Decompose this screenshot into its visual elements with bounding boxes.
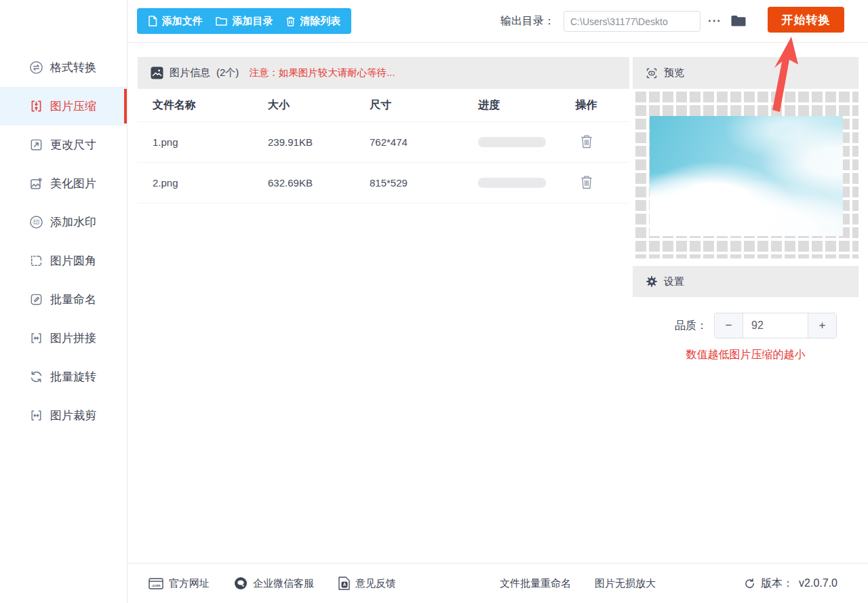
trash-icon [286,16,295,26]
folder-icon [730,14,747,28]
wechat-service-label: 企业微信客服 [253,577,314,590]
official-site-link[interactable]: .com 官方网址 [149,577,210,590]
sidebar-item-label: 更改尺寸 [50,137,96,153]
website-icon: .com [149,578,163,589]
progress-bar [478,137,546,147]
quality-decrease-button[interactable]: − [715,313,743,338]
settings-panel: 设置 品质： − + 数值越低图片压缩的越小 [633,266,859,556]
image-tool-window: 格式转换 图片压缩 更改尺寸 美化图片 [0,0,868,603]
quality-increase-button[interactable]: + [808,313,836,338]
stitch-icon [28,331,43,346]
add-file-button[interactable]: 添加文件 [148,15,203,28]
file-actions-bar: 添加文件 添加目录 清除列表 [137,8,351,34]
sidebar-item-batch-rotate[interactable]: 批量旋转 [0,357,127,396]
table-header-row: 文件名称 大小 尺寸 进度 操作 [138,89,629,122]
settings-header: 设置 [633,266,859,297]
cell-size: 239.91KB [253,136,355,148]
crop-icon [28,408,43,423]
feedback-label: 意见反馈 [355,577,396,590]
sidebar-item-compress[interactable]: 图片压缩 [0,87,127,125]
sidebar-item-label: 图片拼接 [50,330,96,346]
format-convert-icon [28,60,43,75]
browse-more-button[interactable]: ··· [705,9,724,33]
batch-rename-icon [28,292,43,307]
notice-text: 注意：如果图片较大请耐心等待... [249,66,395,79]
svg-text:A: A [343,582,347,587]
official-site-label: 官方网址 [169,577,210,590]
batch-rename-label: 文件批量重命名 [500,577,571,590]
gear-icon [646,275,658,288]
quality-input[interactable] [743,313,808,338]
preview-header: 预览 [633,57,859,89]
version-area: 版本： v2.0.7.0 [744,564,837,603]
preview-eye-icon [646,67,658,79]
feedback-icon: A [338,577,350,590]
image-info-header: 图片信息 (2个) 注意：如果图片较大请耐心等待... [138,57,629,89]
cell-dimensions: 815*529 [355,177,463,189]
output-dir-label: 输出目录： [500,0,555,43]
file-icon [148,16,157,26]
sidebar-item-stitch[interactable]: 图片拼接 [0,319,127,357]
footer-left-group: .com 官方网址 企业微信客服 A 意见反馈 [149,564,396,603]
panel-title: 预览 [664,66,684,79]
cell-filename: 2.png [138,177,253,189]
refresh-icon[interactable] [744,578,755,589]
add-directory-button[interactable]: 添加目录 [216,15,273,28]
resize-icon [28,138,43,153]
lossless-upscale-label: 图片无损放大 [595,577,656,590]
batch-rotate-icon [28,370,43,385]
image-list-panel: 图片信息 (2个) 注意：如果图片较大请耐心等待... 文件名称 大小 尺寸 进… [138,57,629,203]
svg-text:.com: .com [151,583,160,587]
col-dimensions: 尺寸 [355,98,463,113]
delete-row-button[interactable] [580,175,593,189]
round-corner-icon [28,254,43,269]
col-size: 大小 [253,98,355,113]
beautify-icon [28,176,43,191]
sidebar-item-resize[interactable]: 更改尺寸 [0,125,127,164]
sidebar-item-round-corner[interactable]: 图片圆角 [0,241,127,280]
lossless-upscale-link[interactable]: 图片无损放大 [595,577,656,590]
col-progress: 进度 [463,98,558,113]
sidebar-item-beautify[interactable]: 美化图片 [0,164,127,203]
cell-size: 632.69KB [253,177,355,189]
sidebar-item-crop[interactable]: 图片裁剪 [0,396,127,435]
sidebar-item-label: 图片裁剪 [50,408,96,423]
output-dir-input[interactable] [564,11,701,32]
add-directory-label: 添加目录 [232,15,273,28]
wechat-service-link[interactable]: 企业微信客服 [234,577,314,590]
clear-list-button[interactable]: 清除列表 [286,15,340,28]
start-convert-button[interactable]: 开始转换 [768,7,844,33]
cell-filename: 1.png [138,136,253,148]
file-count: (2个) [216,66,239,79]
batch-rename-link[interactable]: 文件批量重命名 [500,577,571,590]
sidebar-item-label: 添加水印 [50,214,96,230]
sidebar-item-label: 图片圆角 [50,253,96,269]
sidebar-item-watermark[interactable]: 印 添加水印 [0,203,127,241]
sidebar-item-label: 图片压缩 [50,98,96,114]
table-row: 1.png 239.91KB 762*474 [138,122,629,163]
cell-actions [558,134,629,151]
footer-mid-group: 文件批量重命名 图片无损放大 [500,564,656,603]
sidebar-item-label: 批量命名 [50,292,96,307]
version-label: 版本： [761,577,793,591]
top-toolbar: 添加文件 添加目录 清除列表 输出目录： ··· 开始转换 [128,0,868,43]
folder-outline-icon [216,16,227,26]
feedback-link[interactable]: A 意见反馈 [338,577,396,590]
table-row: 2.png 632.69KB 815*529 [138,163,629,203]
compress-icon [28,99,43,114]
delete-row-button[interactable] [580,134,593,149]
progress-bar [478,178,546,188]
sidebar-item-label: 格式转换 [50,60,96,75]
sidebar-nav: 格式转换 图片压缩 更改尺寸 美化图片 [0,48,127,435]
sidebar-item-format-convert[interactable]: 格式转换 [0,48,127,87]
quality-row: 品质： − + [633,313,859,338]
transparency-checker [633,89,859,258]
image-info-icon [151,66,163,79]
cell-progress [463,178,558,188]
open-folder-button[interactable] [729,12,748,31]
sidebar-item-label: 美化图片 [50,176,96,191]
col-actions: 操作 [558,98,629,113]
clear-list-label: 清除列表 [300,15,340,28]
cell-progress [463,137,558,147]
sidebar-item-batch-rename[interactable]: 批量命名 [0,280,127,319]
